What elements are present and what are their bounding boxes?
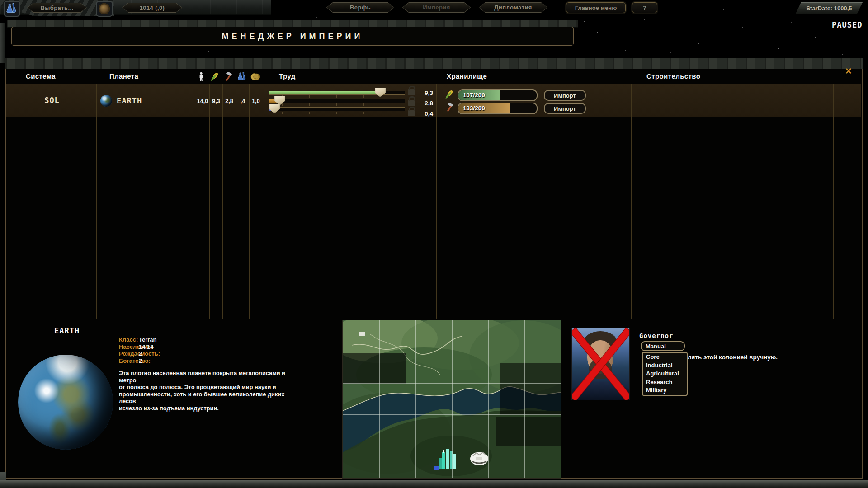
paused-indicator: PAUSED <box>832 20 862 29</box>
help-button[interactable]: ? <box>632 2 657 13</box>
industry-storage-bar: 133/200 <box>458 103 538 114</box>
emblem-icon <box>99 3 110 14</box>
main-menu-label: Главное меню <box>575 5 617 11</box>
governor-option-research[interactable]: Research <box>643 378 687 387</box>
slider-ticks <box>269 95 404 98</box>
column-divider <box>96 84 97 319</box>
governor-option-industrial[interactable]: Industrial <box>643 361 687 370</box>
stat-industry: 2,8 <box>222 98 236 104</box>
governor-option-military[interactable]: Military <box>643 386 687 395</box>
governor-option-core[interactable]: Core <box>643 353 687 361</box>
planet-thumb-icon <box>100 95 112 107</box>
game-screen: Выбрать... 1014 (,0) Верфь Империя Дипло… <box>0 0 868 488</box>
funds-button[interactable]: 1014 (,0) <box>122 3 182 13</box>
slider-ticks <box>269 103 404 106</box>
governor-option-agricultural[interactable]: Agricultural <box>643 370 687 378</box>
select-button-label: Выбрать... <box>28 3 86 12</box>
empire-emblem-button[interactable] <box>96 1 113 17</box>
map-grid-overlay <box>343 320 561 478</box>
industry-labor-fill <box>269 99 280 103</box>
stardate-label: StarDate: 1000,5 <box>806 5 852 12</box>
column-header-labor: Труд <box>279 72 296 80</box>
science-icon <box>237 71 247 83</box>
description-line: промышленности, хоть и его бывшее велико… <box>119 391 300 405</box>
detail-planet-name: EARTH <box>54 326 80 335</box>
food-storage-label: 107/200 <box>463 92 485 99</box>
industry-storage-label: 133/200 <box>463 105 485 112</box>
diplomacy-button[interactable]: Дипломатия <box>479 2 547 13</box>
column-divider <box>833 84 834 319</box>
industry-labor-slider[interactable] <box>269 99 405 103</box>
science-lock-icon[interactable] <box>408 110 415 116</box>
food-labor-fill <box>269 91 380 94</box>
research-button[interactable] <box>4 1 20 17</box>
food-icon <box>444 89 454 101</box>
stat-value-class: Terran <box>139 336 157 343</box>
column-divider <box>249 84 250 319</box>
column-header-system: Система <box>26 72 56 80</box>
shipyard-button[interactable]: Верфь <box>326 2 394 13</box>
planet-surface-map[interactable] <box>342 320 561 479</box>
main-menu-button[interactable]: Главное меню <box>566 2 626 13</box>
food-labor-slider[interactable] <box>269 91 405 95</box>
frame-pipe-decor <box>0 23 5 63</box>
industry-import-label: Импорт <box>554 105 576 112</box>
column-header-planet: Планета <box>109 72 138 80</box>
column-divider <box>631 84 632 319</box>
column-divider <box>196 84 196 319</box>
stat-population: 14,0 <box>196 98 209 104</box>
description-line: от полюса до полюса. Это процветающий ми… <box>119 384 300 391</box>
governor-label: Governor <box>639 332 673 339</box>
governor-dropdown: Core Industrial Agricultural Research Mi… <box>642 352 688 396</box>
slider-ticks <box>269 112 404 114</box>
help-label: ? <box>643 5 646 11</box>
stat-science: ,4 <box>236 98 250 104</box>
column-header-storage: Хранилище <box>447 72 487 80</box>
planet-image <box>18 355 113 450</box>
industry-icon <box>223 72 233 84</box>
population-icon <box>198 72 204 83</box>
food-import-button[interactable]: Импорт <box>544 90 586 101</box>
panel-frame-decor <box>5 58 863 70</box>
system-name: SOL <box>18 96 86 105</box>
column-divider <box>209 84 210 319</box>
science-labor-slider[interactable] <box>269 107 405 111</box>
food-icon <box>210 72 220 84</box>
title-bar: МЕНЕДЖЕР ИМПЕРИИ <box>11 27 574 46</box>
governor-select[interactable]: Manual <box>641 341 685 351</box>
page-title: МЕНЕДЖЕР ИМПЕРИИ <box>222 32 363 41</box>
column-header-construction: Строительство <box>646 72 700 80</box>
food-import-label: Импорт <box>554 92 576 99</box>
shipyard-label: Верфь <box>327 3 394 12</box>
funds-label: 1014 (,0) <box>123 3 182 12</box>
column-divider <box>436 84 437 319</box>
industry-import-button[interactable]: Импорт <box>544 103 586 114</box>
governor-selected-value: Manual <box>646 343 666 350</box>
stat-value-population: 14/14 <box>139 343 154 350</box>
planet-name: EARTH <box>117 96 142 105</box>
empire-button[interactable]: Империя <box>402 2 471 13</box>
description-line: исчезло из-за подъема индустрии. <box>119 405 300 412</box>
description-line: Эта плотно населенная планете покрыта ме… <box>119 370 300 384</box>
food-labor-value: 9,3 <box>416 89 433 96</box>
industry-icon <box>444 103 454 114</box>
food-storage-bar: 107/200 <box>458 89 538 101</box>
governor-portrait[interactable] <box>571 328 630 400</box>
empire-label: Империя <box>403 3 470 12</box>
governor-note-fragment: лять этой колонией вручную. <box>688 354 778 361</box>
stat-label-class: Класс: <box>119 336 138 343</box>
select-button[interactable]: Выбрать... <box>27 3 87 13</box>
diplomacy-label: Дипломатия <box>479 3 547 12</box>
stat-label-wealth: Богатство: <box>119 357 151 364</box>
column-divider <box>222 84 223 319</box>
food-lock-icon[interactable] <box>408 89 415 95</box>
stat-value-wealth: 2 <box>139 357 142 364</box>
close-icon[interactable]: × <box>845 66 852 76</box>
wealth-icon <box>250 72 260 84</box>
column-divider <box>263 84 263 319</box>
industry-labor-value: 2,8 <box>416 100 433 107</box>
industry-lock-icon[interactable] <box>408 100 415 106</box>
column-divider <box>236 84 236 319</box>
science-labor-value: 0,4 <box>416 110 433 117</box>
science-flasks-icon <box>5 2 18 14</box>
